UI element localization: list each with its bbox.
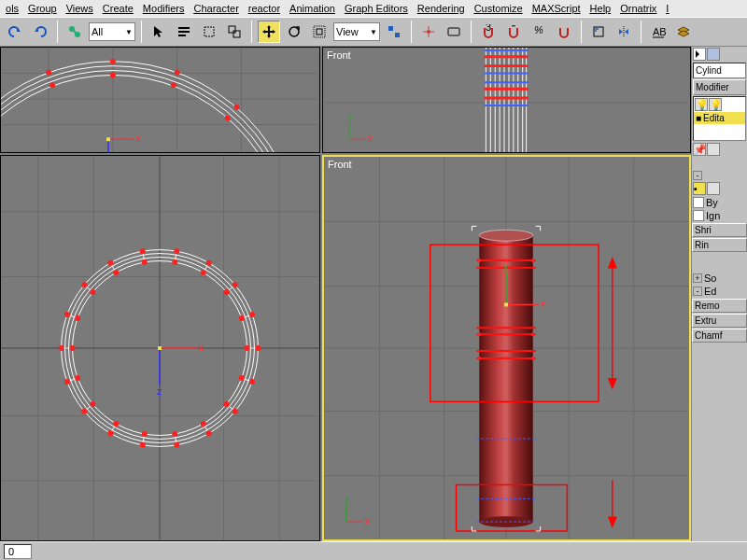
- svg-point-127: [81, 409, 87, 414]
- by-vertex-checkbox[interactable]: By: [692, 196, 747, 209]
- object-name-field[interactable]: Cylind: [693, 63, 746, 78]
- menu-animation[interactable]: Animation: [286, 1, 339, 16]
- svg-point-175: [531, 259, 535, 262]
- manipulate-button[interactable]: [417, 21, 440, 43]
- menu-graph-editors[interactable]: Graph Editors: [341, 1, 412, 16]
- viewport-top-left[interactable]: x z: [0, 47, 320, 153]
- shrink-button[interactable]: Shri: [692, 223, 747, 237]
- svg-point-126: [90, 401, 95, 407]
- svg-point-125: [107, 430, 113, 436]
- menu-customize[interactable]: Customize: [471, 1, 527, 16]
- svg-rect-13: [395, 33, 400, 37]
- snap-percent-button[interactable]: %: [528, 21, 550, 43]
- rectangular-selection-button[interactable]: [198, 21, 220, 43]
- svg-rect-7: [229, 26, 235, 33]
- menu-create[interactable]: Create: [99, 1, 137, 16]
- svg-point-40: [49, 82, 55, 88]
- svg-point-37: [175, 70, 180, 76]
- status-bar: 0: [0, 541, 747, 560]
- menu-extra[interactable]: I: [662, 1, 672, 16]
- ignore-backfacing-checkbox[interactable]: Ign: [692, 209, 747, 222]
- svg-text:z: z: [347, 112, 353, 123]
- select-by-name-button[interactable]: [173, 21, 195, 43]
- svg-rect-10: [317, 29, 322, 35]
- ref-coord-dropdown[interactable]: View: [333, 22, 380, 41]
- svg-point-181: [531, 357, 535, 360]
- menu-ornatrix[interactable]: Ornatrix: [616, 1, 660, 16]
- move-button[interactable]: [258, 21, 280, 43]
- stack-item-editable-poly[interactable]: Edita: [694, 112, 745, 124]
- show-end-result-icon[interactable]: [707, 143, 720, 156]
- viewport-bottom-left[interactable]: x z: [0, 155, 320, 541]
- selection-filter-dropdown[interactable]: All: [89, 22, 135, 41]
- viewport-bottom-right[interactable]: Front: [322, 155, 691, 541]
- lightbulb-icon[interactable]: 💡: [709, 98, 722, 111]
- svg-text:z: z: [345, 494, 350, 505]
- menu-rendering[interactable]: Rendering: [414, 1, 469, 16]
- svg-point-179: [477, 357, 481, 360]
- edge-subobj-icon[interactable]: [707, 182, 720, 195]
- lightbulb-icon[interactable]: 💡: [695, 98, 708, 111]
- modify-tab-icon[interactable]: [707, 48, 720, 61]
- window-crossing-button[interactable]: [223, 21, 246, 43]
- svg-point-113: [255, 345, 261, 351]
- svg-rect-5: [178, 35, 186, 36]
- selection-rollout-header[interactable]: -: [692, 170, 747, 181]
- svg-rect-191: [504, 302, 508, 306]
- link-button[interactable]: [63, 21, 86, 43]
- svg-point-147: [249, 312, 255, 317]
- extrude-button[interactable]: Extru: [692, 314, 747, 328]
- frame-field[interactable]: 0: [4, 544, 32, 559]
- vertex-subobj-icon[interactable]: ▪: [693, 182, 706, 195]
- svg-rect-152: [158, 346, 162, 350]
- ring-button[interactable]: Rin: [692, 238, 747, 252]
- svg-point-140: [172, 259, 177, 265]
- redo-button[interactable]: [29, 21, 51, 43]
- remove-button[interactable]: Remo: [692, 299, 747, 313]
- mirror-button[interactable]: [613, 21, 635, 43]
- svg-rect-8: [233, 31, 240, 37]
- svg-point-114: [239, 375, 245, 381]
- layers-button[interactable]: [672, 21, 695, 43]
- stack-tools: 📌: [692, 142, 747, 157]
- soft-selection-header[interactable]: +So: [692, 272, 747, 285]
- viewport-label: Front: [328, 159, 352, 170]
- menu-views[interactable]: Views: [63, 1, 97, 16]
- viewport-top-left-canvas: x z: [1, 48, 319, 152]
- menu-group[interactable]: Group: [24, 1, 61, 16]
- create-tab-icon[interactable]: [693, 48, 706, 61]
- edit-geometry-header[interactable]: -Ed: [692, 285, 747, 298]
- modifier-list-label[interactable]: Modifier: [693, 79, 746, 95]
- menu-help[interactable]: Help: [586, 1, 615, 16]
- svg-point-135: [81, 282, 87, 287]
- menu-maxscript[interactable]: MAXScript: [529, 1, 585, 16]
- menu-character[interactable]: Character: [190, 1, 243, 16]
- modifier-stack[interactable]: 💡 💡 Edita: [693, 96, 746, 141]
- scale-button[interactable]: [308, 21, 331, 43]
- svg-rect-23: [3, 48, 317, 152]
- viewport-workspace: x z Front: [0, 47, 691, 541]
- snap-2d-button[interactable]: 3: [477, 21, 500, 43]
- pivot-button[interactable]: [383, 21, 405, 43]
- menu-reactor[interactable]: reactor: [245, 1, 284, 16]
- spinner-snap-button[interactable]: [553, 21, 575, 43]
- viewport-top-right[interactable]: Front: [322, 47, 691, 153]
- undo-button[interactable]: [4, 21, 26, 43]
- snap-angle-button[interactable]: [502, 21, 525, 43]
- menu-modifiers[interactable]: Modifiers: [139, 1, 189, 16]
- svg-line-2: [73, 30, 77, 34]
- svg-rect-3: [178, 27, 190, 29]
- named-selection-button[interactable]: [587, 21, 610, 43]
- pin-stack-icon[interactable]: 📌: [693, 143, 706, 156]
- svg-point-41: [234, 105, 240, 110]
- align-button[interactable]: ABC: [647, 21, 669, 43]
- svg-text:y: y: [503, 260, 509, 272]
- svg-point-146: [239, 315, 245, 321]
- chamfer-button[interactable]: Chamf: [692, 329, 747, 343]
- select-object-button[interactable]: [148, 21, 170, 43]
- rotate-button[interactable]: [283, 21, 305, 43]
- menu-tools[interactable]: ols: [2, 1, 22, 16]
- svg-point-145: [233, 282, 238, 287]
- svg-point-178: [531, 332, 535, 336]
- keyboard-shortcut-button[interactable]: [443, 21, 465, 43]
